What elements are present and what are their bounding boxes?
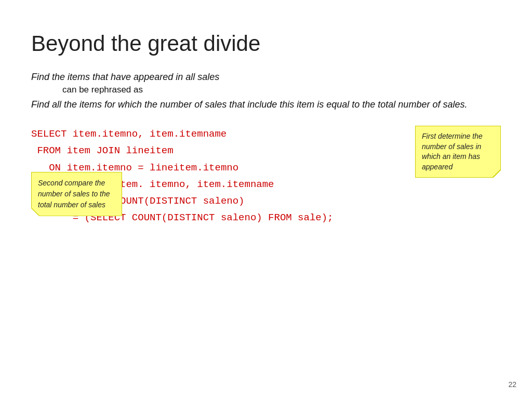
description-block: Find the items that have appeared in all… bbox=[31, 72, 501, 110]
note-left: Second compare the number of sales to th… bbox=[31, 172, 122, 216]
description-line2: can be rephrased as bbox=[62, 85, 501, 95]
description-line1: Find the items that have appeared in all… bbox=[31, 72, 501, 83]
code-section: First determine the number of sales in w… bbox=[31, 126, 501, 227]
slide-container: Beyond the great divide Find the items t… bbox=[0, 0, 532, 399]
page-number: 22 bbox=[508, 380, 516, 389]
description-line3: Find all the items for which the number … bbox=[31, 99, 501, 110]
note-right: First determine the number of sales in w… bbox=[415, 126, 501, 178]
slide-title: Beyond the great divide bbox=[31, 31, 501, 56]
